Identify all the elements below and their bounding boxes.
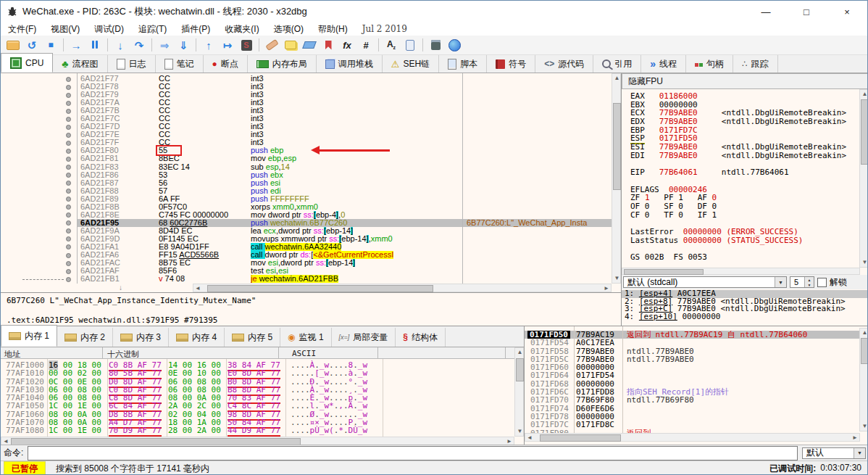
hide-fpu-button[interactable]: 隐藏FPU (622, 73, 868, 89)
menu-item-调试[interactable]: 调试(D) (87, 23, 131, 36)
calling-convention-select[interactable]: 默认 (stdcall) ▼ (623, 276, 787, 288)
menu-item-帮助[interactable]: 帮助(H) (311, 23, 355, 36)
tab-内存-5[interactable]: 内存 5 (225, 328, 280, 347)
breakpoint-dot-icon[interactable] (66, 205, 71, 210)
tab-内存-1[interactable]: 内存 1 (1, 325, 57, 347)
breakpoint-dot-icon[interactable] (66, 165, 71, 170)
chevron-down-icon[interactable]: ▼ (854, 448, 865, 458)
breakpoint-dot-icon[interactable] (66, 220, 71, 226)
argument-count-stepper[interactable]: 5 ▲▼ (790, 276, 814, 288)
menu-item-视图[interactable]: 视图(V) (43, 23, 87, 36)
tab-内存-3[interactable]: 内存 3 (113, 328, 169, 347)
disasm-row[interactable]: 6AD21F818BECmov ebp,esp (1, 154, 612, 162)
open-file-button[interactable] (4, 37, 22, 53)
stack-view[interactable]: 0171FD5077B9AC19返回到 ntdll.77B9AC19 自 ntd… (525, 331, 860, 433)
tab-源代码[interactable]: <>源代码 (535, 55, 593, 73)
stack-row[interactable]: 0171FD7C0171FD8C (525, 421, 860, 429)
stack-row[interactable]: 0171FD7077B69F80ntdll.77B69F80 (525, 396, 860, 404)
stop-button[interactable]: ■ (42, 37, 59, 53)
breakpoint-dot-icon[interactable] (66, 277, 71, 282)
stack-row[interactable]: 0171FD640171FD54 (525, 371, 860, 379)
step-over-button[interactable]: ↷ (130, 37, 148, 53)
tab-调用堆栈[interactable]: 调用堆栈 (317, 55, 383, 73)
tab-局部变量[interactable]: [x=]局部变量 (332, 328, 396, 347)
breakpoint-dot-icon[interactable] (66, 101, 71, 106)
breakpoint-dot-icon[interactable] (66, 261, 71, 266)
register-list[interactable]: EAX 01186000EBX 00000000ECX 77B9ABE0 <nt… (622, 89, 860, 268)
stack-row[interactable]: 0171FD5C77B9ABE0ntdll.77B9ABE0 (525, 355, 860, 363)
tab-seh链[interactable]: ⚠SEH链 (383, 55, 439, 73)
globe-button[interactable] (446, 37, 463, 53)
stack-row[interactable]: 0171FD5077B9AC19返回到 ntdll.77B9AC19 自 ntd… (525, 331, 860, 339)
disasm-hscroll-thumb[interactable] (207, 285, 433, 292)
tab-线程[interactable]: »线程 (641, 55, 686, 73)
tab-引用[interactable]: 引用 (593, 55, 641, 73)
disasm-hscrollbar[interactable]: ◄ ► (193, 284, 612, 292)
dump-header-ascii[interactable]: ASCII (292, 349, 316, 358)
register-row[interactable]: EDI 77B9ABE0 <ntdll.DbgUiRemoteBreakin> (630, 152, 860, 160)
scroll-up-icon[interactable]: ▲ (860, 90, 868, 99)
tab-内存布局[interactable]: 内存布局 (248, 55, 317, 73)
run-to-user-code-button[interactable]: ↦ (219, 37, 236, 53)
tab-笔记[interactable]: 笔记 (156, 55, 204, 73)
breakpoint-dot-icon[interactable] (66, 197, 71, 202)
scroll-right-icon[interactable]: ► (851, 434, 859, 442)
regs-hscrollbar[interactable] (622, 268, 860, 275)
register-row[interactable]: EIP 77B64061 ntdll.77B64061 (630, 168, 860, 177)
disasm-vscrollbar[interactable]: ▲ ▼ (612, 73, 621, 284)
menu-item-选项[interactable]: 选项(O) (267, 23, 311, 36)
dump-row[interactable]: 77AF10801C 00 1E 0070 D9 AF 7728 00 2A 0… (1, 426, 514, 434)
disasm-row[interactable]: 6AD21FB1v 74 08je wechatwin.6AD21FBB (1, 275, 612, 283)
breakpoint-dot-icon[interactable] (66, 269, 71, 274)
functions-button[interactable]: fx (338, 37, 356, 53)
breakpoint-dot-icon[interactable] (66, 149, 71, 154)
hash-button[interactable]: # (357, 37, 375, 53)
scroll-up-icon[interactable]: ▲ (860, 329, 868, 337)
maximize-button[interactable]: □ (786, 1, 827, 22)
step-out-button[interactable]: ↑ (200, 37, 217, 53)
disasm-row[interactable]: 6AD21F8653push ebx (1, 171, 612, 179)
breakpoint-dot-icon[interactable] (66, 236, 71, 241)
tab-日志[interactable]: 日志 (108, 55, 156, 73)
disasm-row[interactable]: 6AD21F8383EC 14sub esp,14 (1, 163, 612, 171)
spin-up-icon[interactable]: ▲ (805, 277, 814, 282)
tab-脚本[interactable]: 脚本 (439, 55, 487, 73)
tab-符号[interactable]: 符号 (487, 55, 535, 73)
patches-button[interactable] (263, 37, 280, 53)
stack-row[interactable]: 0171FD54A0C17EEA (525, 339, 860, 347)
minimize-button[interactable]: — (746, 1, 786, 22)
stack-vscrollbar[interactable]: ▲ ▼ (859, 328, 868, 431)
dump-header-hex[interactable]: 十六进制 (107, 349, 139, 360)
dump-vscrollbar[interactable]: ▲ ▼ (514, 347, 524, 437)
tab-cpu[interactable]: CPU (1, 53, 53, 73)
disasm-vscroll-thumb[interactable] (613, 103, 621, 190)
regs-vscrollbar[interactable]: ▲ ▼ (859, 89, 868, 268)
execute-till-return-button[interactable]: ⇓ (175, 37, 192, 53)
breakpoint-dot-icon[interactable] (66, 181, 71, 186)
command-mode-select[interactable]: 默认 ▼ (802, 447, 866, 459)
modified-bytes-button[interactable] (401, 37, 419, 53)
breakpoint-dot-icon[interactable] (66, 253, 71, 258)
breakpoint-dot-icon[interactable] (66, 189, 71, 194)
stack-row[interactable]: 0171FD7800000000 (525, 413, 860, 421)
menu-item-收藏夹[interactable]: 收藏夹(I) (217, 23, 266, 36)
calculator-button[interactable] (427, 37, 444, 53)
close-button[interactable]: × (827, 1, 867, 22)
stack-row[interactable]: 0171FD74D60FE6D6 (525, 405, 860, 413)
run-to-selection-button[interactable]: ⇒ (156, 37, 173, 53)
regs-vscroll-thumb[interactable] (861, 99, 868, 165)
tab-结构体[interactable]: §结构体 (396, 328, 446, 347)
dump-header-address[interactable]: 地址 (4, 349, 20, 360)
ascii-table-button[interactable]: Az (383, 37, 400, 53)
disassembly-view[interactable]: 6AD21F77CCint36AD21F78CCint36AD21F79CCin… (1, 73, 612, 285)
tab-句柄[interactable]: 句柄 (686, 55, 733, 73)
regs-hscroll-thumb[interactable] (624, 269, 704, 275)
menu-item-插件[interactable]: 插件(P) (174, 23, 217, 36)
stack-row[interactable]: 0171FD6000000000 (525, 363, 860, 371)
bookmarks-button[interactable] (320, 37, 337, 53)
register-row[interactable]: LastStatus 00000000 (STATUS_SUCCESS) (630, 236, 860, 245)
breakpoint-dot-icon[interactable] (66, 125, 71, 130)
register-row[interactable]: CF 0 TF 0 IF 1 (630, 211, 860, 220)
breakpoint-dot-icon[interactable] (66, 244, 71, 249)
tab-流程图[interactable]: ♣流程图 (53, 55, 107, 73)
